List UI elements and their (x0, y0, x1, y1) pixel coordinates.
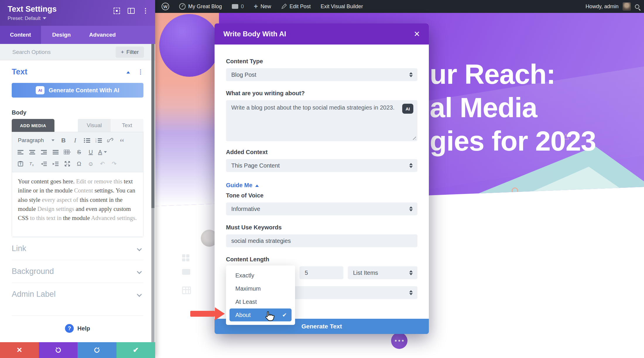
paragraph-style-dropdown[interactable]: Paragraph (16, 137, 57, 144)
added-context-label: Added Context (226, 149, 417, 156)
filter-button[interactable]: + Filter (116, 47, 144, 58)
site-menu[interactable]: My Great Blog (176, 0, 225, 13)
more-options-fab[interactable] (391, 333, 407, 349)
table-icon[interactable] (62, 147, 72, 157)
collapse-chevron-up-icon[interactable] (126, 69, 130, 74)
content-text: Content (74, 187, 95, 194)
bold-icon[interactable]: B (59, 136, 68, 145)
section-admin-label[interactable]: Admin Label (12, 283, 143, 306)
ai-improve-icon[interactable]: AI (402, 104, 413, 114)
user-avatar[interactable] (623, 2, 631, 11)
comments-menu[interactable]: 0 (228, 0, 247, 13)
search-options-input[interactable] (12, 49, 116, 56)
hero-heading: ur Reach: al Media gies for 2023 (430, 57, 596, 158)
redo-button[interactable] (78, 342, 117, 358)
section-link[interactable]: Link (12, 237, 143, 260)
wp-logo-menu[interactable]: W (158, 0, 173, 13)
strikethrough-icon[interactable]: S (74, 147, 84, 157)
justify-icon[interactable] (51, 147, 61, 157)
outdent-icon[interactable] (39, 159, 49, 168)
text-section-menu-icon[interactable]: ⋮ (138, 70, 143, 74)
align-right-icon[interactable] (39, 147, 49, 157)
editor-tab-visual[interactable]: Visual (78, 119, 111, 132)
underline-icon[interactable]: U (86, 147, 96, 157)
blockquote-icon[interactable]: “ (117, 136, 127, 145)
scrollbar-thumb[interactable] (151, 44, 155, 208)
content-type-select[interactable]: Blog Post (226, 68, 417, 81)
align-left-icon[interactable] (16, 147, 25, 157)
tone-select[interactable]: Informative (226, 202, 417, 215)
tab-design[interactable]: Design (41, 26, 82, 44)
keywords-input[interactable]: social media strategies (226, 234, 417, 247)
bullet-list-icon[interactable] (82, 136, 92, 145)
preset-selector[interactable]: Preset: Default (8, 16, 148, 21)
option-exactly[interactable]: Exactly (226, 269, 295, 282)
redo-icon[interactable]: ↷ (109, 159, 119, 168)
save-button[interactable]: ✔ (117, 342, 155, 358)
keywords-value: social media strategies (231, 238, 291, 244)
resize-handle-icon[interactable] (412, 136, 416, 140)
add-media-button[interactable]: ADD MEDIA (12, 119, 54, 132)
speech-bubble-icon (182, 269, 190, 275)
hand-cursor-icon (263, 310, 275, 323)
numbered-list-icon[interactable]: 123 (94, 136, 104, 145)
dashboard-gauge-icon (179, 3, 186, 10)
guide-me-toggle[interactable]: Guide Me (226, 182, 417, 189)
emoji-icon[interactable]: ☺ (86, 159, 96, 168)
new-menu[interactable]: + New (250, 0, 275, 13)
text-settings-panel: Text Settings Preset: Default ⋮ Content … (0, 0, 155, 358)
clear-formatting-icon[interactable]: Tx (27, 159, 37, 168)
text-color-icon[interactable]: A (97, 147, 107, 157)
close-icon[interactable]: ✕ (414, 30, 420, 38)
panel-action-bar: ✕ ✔ (0, 342, 155, 358)
content-length-value-input[interactable]: 5 (299, 266, 343, 279)
editor-tab-text[interactable]: Text (111, 119, 143, 132)
link-icon[interactable] (105, 136, 115, 145)
content-text: to this text in (30, 215, 63, 221)
grid-icon (182, 254, 190, 261)
select-stepper-icon (409, 71, 413, 79)
paste-as-text-icon[interactable]: T (16, 159, 25, 168)
section-background[interactable]: Background (12, 260, 143, 283)
special-character-icon[interactable]: Ω (74, 159, 84, 168)
option-about-label: About (235, 312, 251, 318)
italic-icon[interactable]: I (70, 136, 80, 145)
undo-icon[interactable]: ↶ (97, 159, 107, 168)
modal-header: Write Body With AI ✕ (215, 23, 429, 45)
search-icon[interactable] (635, 4, 639, 9)
fullscreen-icon[interactable] (62, 159, 72, 168)
content-length-unit-select[interactable]: List Items (348, 266, 417, 279)
undo-button[interactable] (39, 342, 78, 358)
hero-circle-outline (512, 187, 518, 194)
panel-scrollbar[interactable] (151, 44, 155, 342)
table-icon (182, 287, 191, 294)
chevron-down-icon (43, 17, 46, 21)
panel-layout-icon[interactable] (128, 8, 135, 14)
select-stepper-icon (409, 269, 413, 277)
chevron-down-icon (52, 139, 54, 143)
panel-menu-icon[interactable]: ⋮ (142, 9, 149, 13)
panel-header: Text Settings Preset: Default ⋮ (0, 0, 155, 26)
modal-title: Write Body With AI (223, 30, 414, 38)
help-button[interactable]: ? Help (12, 316, 143, 333)
tab-content[interactable]: Content (0, 26, 41, 44)
panel-body: Text ⋮ AI Generate Content With AI Body … (0, 60, 155, 342)
tab-advanced[interactable]: Advanced (82, 26, 123, 44)
added-context-select[interactable]: This Page Content (226, 159, 417, 172)
pencil-icon (281, 4, 287, 9)
hero-heading-line2: al Media (430, 91, 596, 124)
indent-icon[interactable] (51, 159, 61, 168)
editor-content[interactable]: Your content goes here. Edit or remove t… (12, 172, 143, 237)
edit-post-menu[interactable]: Edit Post (278, 0, 314, 13)
align-center-icon[interactable] (27, 147, 37, 157)
generate-content-ai-button[interactable]: AI Generate Content With AI (12, 83, 143, 98)
keywords-label: Must Use Keywords (226, 224, 417, 231)
howdy-label[interactable]: Howdy, admin (585, 4, 619, 10)
focus-mode-icon[interactable] (114, 8, 120, 14)
discard-button[interactable]: ✕ (0, 342, 39, 358)
option-at-least[interactable]: At Least (226, 295, 295, 308)
option-maximum[interactable]: Maximum (226, 282, 295, 295)
exit-visual-builder[interactable]: Exit Visual Builder (317, 0, 366, 13)
option-about-selected[interactable]: About ✔ (229, 308, 292, 321)
writing-about-textarea[interactable]: Write a blog post about the top social m… (226, 100, 417, 141)
